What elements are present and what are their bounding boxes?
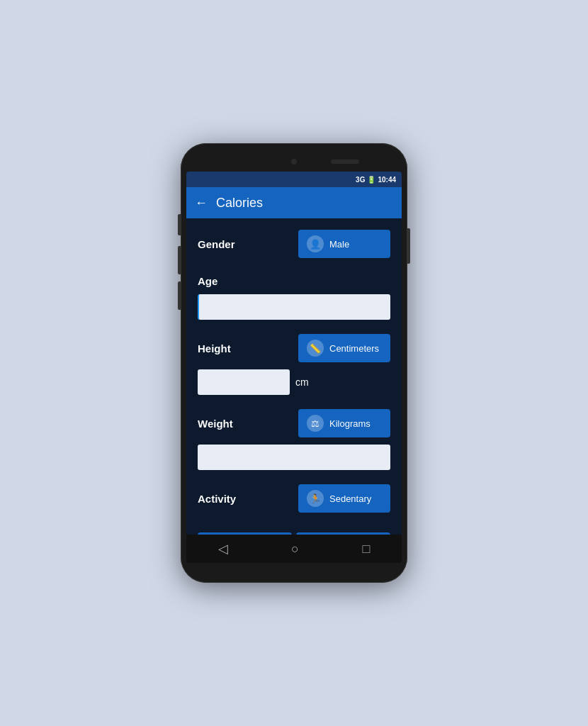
weight-input-row [198, 445, 390, 470]
height-button[interactable]: 📏 Centimeters [298, 334, 390, 362]
form-content: Gender 👤 Male Age Height 📏 Centi [186, 218, 402, 535]
gender-button[interactable]: 👤 Male [298, 230, 390, 258]
page-title: Calories [216, 196, 263, 211]
volume-down-button [178, 281, 181, 310]
activity-icon: 🏃 [307, 490, 324, 507]
power-button [407, 228, 410, 264]
gender-row: Gender 👤 Male [198, 227, 390, 261]
back-button[interactable]: ← [195, 196, 208, 211]
age-input[interactable] [198, 294, 390, 320]
network-indicator: 3G [356, 176, 365, 184]
weight-row: Weight ⚖ Kilograms [198, 406, 390, 440]
height-input[interactable] [198, 369, 290, 395]
phone-device: 3G 🔋 10:44 ← Calories Gender 👤 Male [181, 143, 407, 583]
activity-button[interactable]: 🏃 Sedentary [298, 484, 390, 513]
weight-label: Weight [198, 418, 233, 430]
volume-silent-button [178, 214, 181, 235]
app-bar: ← Calories [186, 187, 402, 218]
phone-top [186, 152, 402, 172]
status-icons: 3G 🔋 10:44 [356, 176, 396, 184]
weight-button[interactable]: ⚖ Kilograms [298, 409, 390, 437]
age-label: Age [198, 275, 217, 287]
time-display: 10:44 [378, 176, 396, 184]
height-input-row: cm [198, 369, 390, 395]
phone-bottom [186, 563, 402, 574]
age-label-row: Age [198, 272, 390, 290]
weight-value: Kilograms [329, 418, 371, 429]
phone-screen: 3G 🔋 10:44 ← Calories Gender 👤 Male [186, 172, 402, 563]
nav-back-button[interactable]: ◁ [207, 538, 239, 559]
battery-icon: 🔋 [367, 176, 375, 184]
gender-icon: 👤 [307, 235, 324, 252]
nav-recent-button[interactable]: □ [351, 539, 381, 559]
nav-home-button[interactable]: ○ [280, 539, 310, 559]
speaker [331, 160, 359, 164]
navigation-bar: ◁ ○ □ [186, 535, 402, 563]
weight-icon: ⚖ [307, 415, 324, 432]
weight-input[interactable] [198, 445, 390, 470]
activity-value: Sedentary [329, 493, 371, 504]
activity-label: Activity [198, 493, 236, 505]
volume-up-button [178, 246, 181, 274]
height-label: Height [198, 342, 231, 354]
activity-row: Activity 🏃 Sedentary [198, 481, 390, 515]
status-bar: 3G 🔋 10:44 [186, 172, 402, 187]
height-icon: 📏 [307, 340, 324, 357]
age-input-row [198, 294, 390, 320]
height-row: Height 📏 Centimeters [198, 331, 390, 365]
gender-value: Male [329, 239, 349, 250]
height-value: Centimeters [329, 343, 379, 354]
height-unit-label: cm [295, 376, 309, 388]
gender-label: Gender [198, 238, 235, 250]
camera [291, 159, 297, 164]
